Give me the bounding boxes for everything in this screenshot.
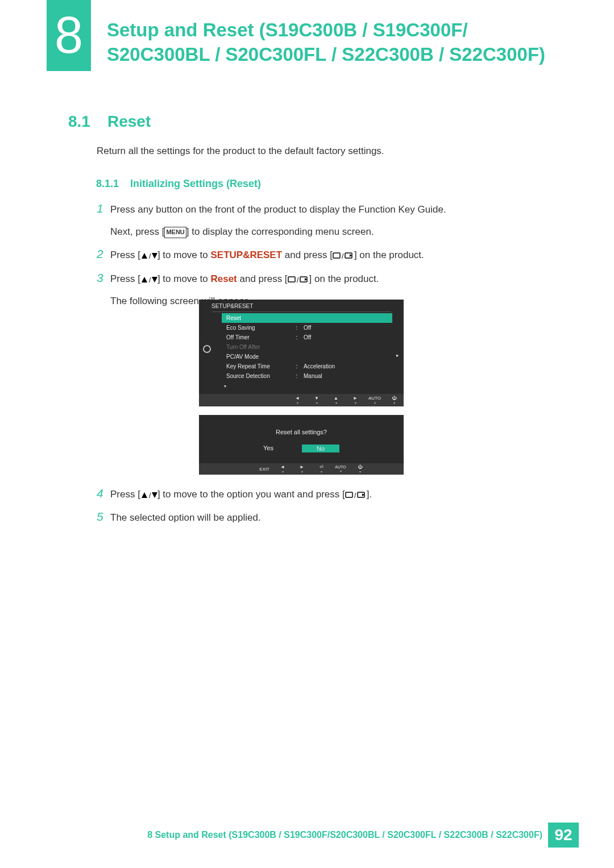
osd-title: SETUP&RESET bbox=[211, 303, 253, 309]
svg-rect-10 bbox=[288, 277, 295, 282]
page-number-badge: 92 bbox=[548, 823, 579, 848]
section-8-1-heading: 8.1Reset bbox=[68, 113, 151, 131]
step-text: Press any button on the front of the pro… bbox=[110, 204, 446, 215]
source-enter-icon: / bbox=[345, 491, 367, 499]
step-text: Press [ bbox=[110, 489, 140, 500]
svg-text:/: / bbox=[297, 276, 299, 284]
step-text: ] to move to bbox=[157, 250, 211, 260]
section-number: 8.1 bbox=[68, 113, 90, 131]
step-text: ] on the product. bbox=[354, 250, 424, 260]
svg-text:/: / bbox=[354, 492, 356, 499]
chapter-title: Setup and Reset (S19C300B / S19C300F/ S2… bbox=[107, 18, 573, 67]
osd-nav-left-icon: ◄▾ bbox=[288, 394, 307, 406]
osd-row-turn-off-after: Turn Off After bbox=[222, 342, 392, 352]
svg-marker-14 bbox=[142, 492, 147, 498]
svg-marker-7 bbox=[142, 277, 147, 283]
step-5: 5 The selected option will be applied. bbox=[97, 510, 563, 525]
osd-option-no: No bbox=[302, 445, 339, 452]
osd-confirm-options: Yes No bbox=[199, 445, 404, 452]
chevron-right-icon: ▸ bbox=[396, 352, 399, 358]
step-body: Press [/] to move to the option you want… bbox=[110, 487, 372, 502]
osd-row-key-repeat: Key Repeat Time:Acceleration bbox=[222, 362, 392, 371]
chevron-down-icon: ▾ bbox=[224, 384, 226, 389]
svg-marker-2 bbox=[152, 253, 157, 259]
step-1: 1 Press any button on the front of the p… bbox=[97, 202, 563, 239]
step-body: The selected option will be applied. bbox=[110, 510, 261, 525]
svg-text:/: / bbox=[342, 252, 344, 260]
step-number: 3 bbox=[97, 271, 110, 284]
osd-nav-down-icon: ▼▾ bbox=[307, 394, 326, 406]
up-down-icon: / bbox=[140, 491, 157, 499]
source-enter-icon: / bbox=[333, 252, 354, 260]
section-8-1-1-heading: 8.1.1Initializing Settings (Reset) bbox=[96, 178, 261, 190]
up-down-icon: / bbox=[140, 252, 157, 260]
osd-auto-label: AUTO▾ bbox=[331, 465, 350, 473]
step-text: Press [ bbox=[110, 273, 140, 284]
step-4: 4 Press [/] to move to the option you wa… bbox=[97, 487, 563, 502]
osd-row-reset: Reset bbox=[222, 313, 392, 323]
osd-enter-icon: ⏎▾ bbox=[312, 465, 331, 474]
osd-button-bar: EXIT ◄▾ ►▾ ⏎▾ AUTO▾ ⏻▾ bbox=[199, 463, 404, 475]
steps-list-continued: 4 Press [/] to move to the option you wa… bbox=[97, 487, 563, 533]
osd-row-eco-saving: Eco Saving:Off bbox=[222, 323, 392, 333]
step-text: ]. bbox=[367, 489, 372, 500]
osd-confirm-question: Reset all settings? bbox=[199, 429, 404, 435]
step-number: 2 bbox=[97, 247, 110, 260]
step-body: Press any button on the front of the pro… bbox=[110, 202, 446, 239]
osd-exit-label: EXIT bbox=[199, 467, 273, 472]
step-body: Press [/] to move to SETUP&RESET and pre… bbox=[110, 247, 424, 263]
menu-button-label: MENU bbox=[164, 227, 186, 238]
osd-row-source-detection: Source Detection:Manual bbox=[222, 371, 392, 381]
osd-power-icon: ⏻▾ bbox=[350, 465, 370, 474]
reset-keyword: Reset bbox=[210, 273, 237, 284]
osd-power-icon: ⏻▾ bbox=[384, 394, 404, 406]
svg-text:/: / bbox=[149, 276, 151, 284]
svg-rect-17 bbox=[346, 492, 352, 497]
svg-text:/: / bbox=[149, 492, 151, 499]
subsection-number: 8.1.1 bbox=[96, 178, 119, 190]
svg-rect-3 bbox=[333, 253, 340, 258]
step-2: 2 Press [/] to move to SETUP&RESET and p… bbox=[97, 247, 563, 263]
osd-menu-panel: Reset Eco Saving:Off Off Timer:Off Turn … bbox=[222, 313, 392, 381]
osd-confirm-screenshot: Reset all settings? Yes No EXIT ◄▾ ►▾ ⏎▾… bbox=[199, 415, 404, 475]
osd-setup-reset-screenshot: SETUP&RESET Reset Eco Saving:Off Off Tim… bbox=[199, 300, 404, 406]
step-text: and press [ bbox=[282, 250, 333, 260]
manual-page: 8 Setup and Reset (S19C300B / S19C300F/ … bbox=[0, 0, 614, 868]
osd-option-yes: Yes bbox=[263, 445, 273, 452]
svg-marker-0 bbox=[142, 253, 147, 259]
gear-icon bbox=[203, 345, 211, 353]
svg-marker-9 bbox=[152, 277, 157, 283]
step-text: ] to display the corresponding menu scre… bbox=[186, 226, 374, 237]
step-number: 5 bbox=[97, 510, 110, 523]
svg-marker-16 bbox=[152, 492, 157, 498]
footer-chapter-text: 8 Setup and Reset (S19C300B / S19C300F/S… bbox=[147, 830, 542, 840]
osd-nav-right-icon: ►▾ bbox=[292, 465, 312, 474]
step-text: Next, press [ bbox=[110, 226, 164, 237]
osd-nav-left-icon: ◄▾ bbox=[273, 465, 292, 474]
setup-reset-keyword: SETUP&RESET bbox=[210, 250, 282, 260]
osd-nav-up-icon: ▲▾ bbox=[326, 394, 346, 406]
step-text: Press [ bbox=[110, 250, 140, 260]
step-text: ] on the product. bbox=[309, 273, 379, 284]
source-enter-icon: / bbox=[288, 276, 309, 284]
osd-row-off-timer: Off Timer:Off bbox=[222, 333, 392, 342]
svg-text:/: / bbox=[149, 252, 151, 260]
osd-row-pcav-mode: PC/AV Mode bbox=[222, 352, 392, 362]
chapter-number-badge: 8 bbox=[47, 0, 91, 71]
section-title: Reset bbox=[107, 113, 151, 130]
up-down-icon: / bbox=[140, 276, 157, 284]
step-number: 4 bbox=[97, 487, 110, 500]
osd-button-bar: ◄▾ ▼▾ ▲▾ ►▾ AUTO▾ ⏻▾ bbox=[199, 394, 404, 406]
osd-nav-right-icon: ►▾ bbox=[346, 394, 365, 406]
step-number: 1 bbox=[97, 202, 110, 215]
step-text: ] to move to the option you want and pre… bbox=[157, 489, 345, 500]
page-footer: 8 Setup and Reset (S19C300B / S19C300F/S… bbox=[0, 823, 614, 848]
section-intro-text: Return all the settings for the product … bbox=[97, 146, 384, 157]
subsection-title: Initializing Settings (Reset) bbox=[130, 178, 261, 189]
step-text: and press [ bbox=[237, 273, 288, 284]
osd-auto-label: AUTO▾ bbox=[365, 394, 384, 406]
step-text: ] to move to bbox=[157, 273, 211, 284]
step-text: The selected option will be applied. bbox=[110, 512, 261, 523]
